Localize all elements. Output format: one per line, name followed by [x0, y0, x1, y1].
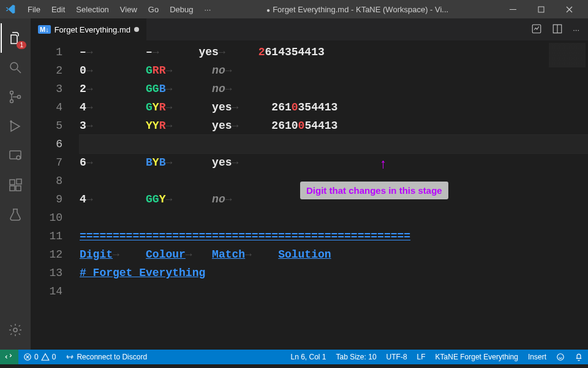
- minimap[interactable]: [549, 43, 586, 67]
- menu-selection[interactable]: Selection: [70, 2, 114, 17]
- status-eol[interactable]: LF: [412, 350, 431, 364]
- debug-icon[interactable]: [1, 112, 30, 141]
- svg-rect-10: [10, 186, 15, 191]
- svg-point-4: [10, 100, 13, 103]
- search-icon[interactable]: [1, 53, 30, 82]
- svg-point-8: [17, 156, 20, 159]
- settings-gear-icon[interactable]: [1, 315, 30, 345]
- svg-point-5: [18, 96, 21, 99]
- activity-bar: 1: [0, 18, 31, 350]
- close-button[interactable]: [555, 0, 583, 18]
- menu-bar: File Edit Selection View Go Debug ···: [22, 2, 216, 17]
- svg-point-2: [10, 63, 18, 70]
- line-number-gutter: 1234567891011121314: [31, 40, 80, 350]
- svg-rect-0: [510, 9, 516, 10]
- status-errors-count: 0: [34, 353, 39, 361]
- main-area: 1 M↓ Forget Everything.md: [0, 18, 588, 350]
- status-reconnect[interactable]: Reconnect to Discord: [61, 350, 152, 364]
- tab-label: Forget Everything.md: [55, 25, 130, 34]
- source-control-icon[interactable]: [1, 82, 30, 112]
- svg-rect-9: [10, 180, 15, 185]
- preview-icon[interactable]: [531, 23, 542, 36]
- window-controls: [499, 0, 583, 18]
- menu-view[interactable]: View: [115, 2, 143, 17]
- unsaved-dot-icon: ●: [266, 7, 270, 13]
- maximize-button[interactable]: [527, 0, 555, 18]
- menu-more[interactable]: ···: [198, 2, 216, 17]
- window-title: ●Forget Everything.md - KTaNE (Workspace…: [216, 5, 499, 14]
- testing-icon[interactable]: [1, 200, 30, 229]
- status-problems[interactable]: 0 0: [18, 350, 61, 364]
- titlebar: File Edit Selection View Go Debug ··· ●F…: [0, 0, 588, 18]
- status-warnings-count: 0: [52, 353, 56, 361]
- svg-point-17: [557, 354, 564, 361]
- modified-dot-icon: [134, 27, 139, 32]
- markdown-icon: M↓: [38, 25, 51, 34]
- tab-actions: ···: [531, 18, 588, 40]
- svg-point-13: [13, 328, 17, 332]
- status-encoding[interactable]: UTF-8: [382, 350, 412, 364]
- annotation-tooltip: Digit that changes in this stage: [300, 182, 448, 199]
- explorer-badge: 1: [17, 41, 26, 49]
- remote-explorer-icon[interactable]: [1, 141, 30, 171]
- status-language[interactable]: KTaNE Forget Everything: [431, 350, 523, 364]
- menu-go[interactable]: Go: [143, 2, 164, 17]
- status-insert-mode[interactable]: Insert: [523, 350, 551, 364]
- svg-rect-12: [17, 179, 21, 184]
- tab-bar: M↓ Forget Everything.md ···: [31, 18, 588, 40]
- more-actions-icon[interactable]: ···: [573, 25, 579, 34]
- menu-file[interactable]: File: [22, 2, 46, 17]
- menu-debug[interactable]: Debug: [164, 2, 198, 17]
- remote-indicator[interactable]: [0, 350, 18, 364]
- status-tabsize[interactable]: Tab Size: 10: [331, 350, 382, 364]
- svg-point-3: [10, 91, 13, 94]
- svg-rect-1: [538, 7, 544, 12]
- vscode-logo-icon: [5, 4, 16, 15]
- svg-rect-11: [16, 186, 21, 191]
- status-bell-icon[interactable]: [570, 350, 588, 364]
- status-feedback-icon[interactable]: [551, 350, 570, 364]
- minimize-button[interactable]: [499, 0, 527, 18]
- tab-forget-everything[interactable]: M↓ Forget Everything.md: [31, 18, 147, 40]
- split-editor-icon[interactable]: [552, 23, 563, 36]
- status-cursor[interactable]: Ln 6, Col 1: [285, 350, 331, 364]
- explorer-icon[interactable]: 1: [1, 23, 30, 53]
- extensions-icon[interactable]: [1, 171, 30, 200]
- status-bar: 0 0 Reconnect to Discord Ln 6, Col 1 Tab…: [0, 350, 588, 364]
- annotation-arrow-icon: ↑: [380, 156, 386, 172]
- status-reconnect-label: Reconnect to Discord: [77, 353, 147, 361]
- menu-edit[interactable]: Edit: [46, 2, 70, 17]
